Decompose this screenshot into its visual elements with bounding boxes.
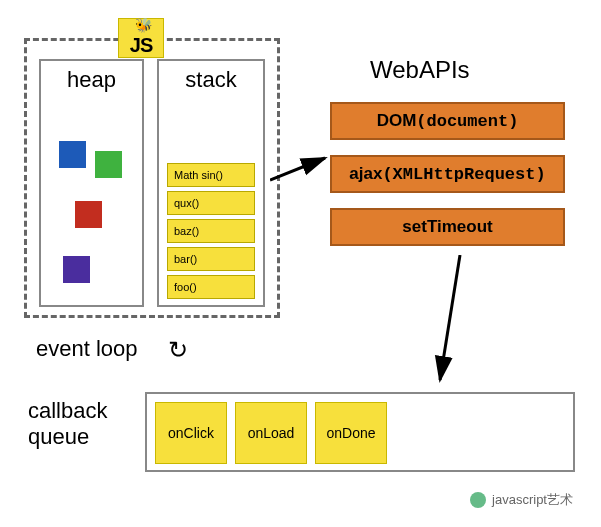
svg-line-1 bbox=[440, 255, 460, 380]
webapi-prefix: DOM bbox=[377, 111, 417, 131]
stack-frame: qux() bbox=[167, 191, 255, 215]
wechat-icon bbox=[470, 492, 486, 508]
webapi-dom: DOM (document) bbox=[330, 102, 565, 140]
arrow-stack-to-webapi bbox=[270, 150, 330, 190]
stack-label: stack bbox=[159, 61, 263, 99]
callback-item: onDone bbox=[315, 402, 387, 464]
svg-line-0 bbox=[270, 158, 325, 180]
callback-queue-label: callbackqueue bbox=[28, 398, 107, 451]
js-badge: 🐝 JS bbox=[118, 18, 164, 58]
webapi-prefix: ajax bbox=[349, 164, 382, 184]
eventloop-label: event loop bbox=[36, 336, 138, 362]
runtime-container: heap stack Math sin() qux() baz() bar() … bbox=[24, 38, 280, 318]
stack-frame: foo() bbox=[167, 275, 255, 299]
heap-box: heap bbox=[39, 59, 144, 307]
webapi-detail: (document) bbox=[416, 112, 518, 131]
stack-frame: bar() bbox=[167, 247, 255, 271]
webapi-detail: (XMLHttpRequest) bbox=[382, 165, 545, 184]
stack-box: stack Math sin() qux() baz() bar() foo() bbox=[157, 59, 265, 307]
js-badge-icon: 🐝 bbox=[135, 17, 152, 33]
callback-queue: onClick onLoad onDone bbox=[145, 392, 575, 472]
webapi-prefix: setTimeout bbox=[402, 217, 492, 237]
heap-object-green bbox=[95, 151, 122, 178]
watermark-text: javascript艺术 bbox=[492, 491, 573, 509]
callback-item: onClick bbox=[155, 402, 227, 464]
heap-label: heap bbox=[41, 61, 142, 103]
stack-frame: baz() bbox=[167, 219, 255, 243]
arrow-webapi-to-queue bbox=[430, 255, 490, 385]
heap-object-purple bbox=[63, 256, 90, 283]
webapis-heading: WebAPIs bbox=[370, 56, 470, 84]
js-badge-text: JS bbox=[130, 34, 152, 57]
stack-frame: Math sin() bbox=[167, 163, 255, 187]
watermark: javascript艺术 bbox=[470, 491, 573, 509]
heap-object-red bbox=[75, 201, 102, 228]
eventloop-icon: ↻ bbox=[168, 336, 188, 364]
heap-object-blue bbox=[59, 141, 86, 168]
webapi-settimeout: setTimeout bbox=[330, 208, 565, 246]
stack-items: Math sin() qux() baz() bar() foo() bbox=[167, 163, 255, 299]
callback-item: onLoad bbox=[235, 402, 307, 464]
webapi-ajax: ajax (XMLHttpRequest) bbox=[330, 155, 565, 193]
callback-queue-text: callbackqueue bbox=[28, 398, 107, 449]
